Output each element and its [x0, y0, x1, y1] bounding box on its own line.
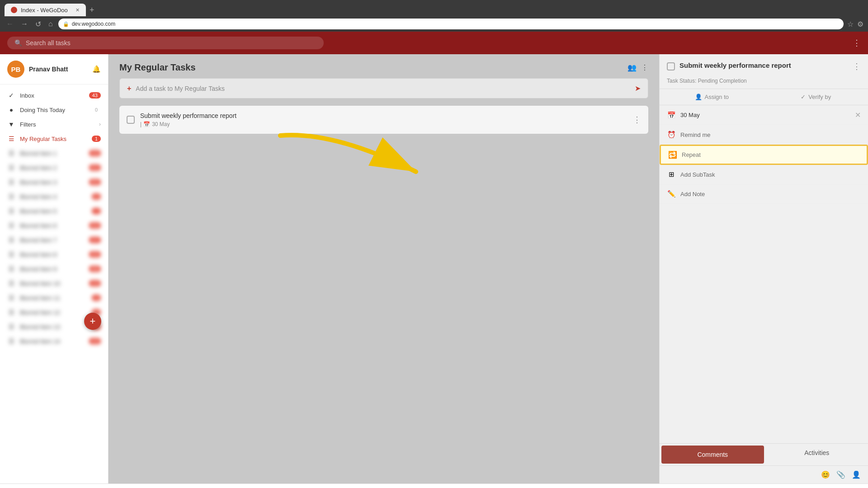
home-button[interactable]: ⌂ [47, 19, 55, 29]
user-footer-icon[interactable]: 👤 [852, 470, 861, 479]
date-row[interactable]: 📅 30 May ✕ [660, 105, 868, 125]
blurred-label-2: Blurred Item 2 [20, 164, 57, 171]
panel-tabs: Comments Activities [660, 443, 868, 465]
task-date-separator: | [140, 121, 142, 127]
inbox-count: 43 [89, 92, 101, 99]
assign-to-label: Assign to [705, 94, 729, 100]
filter-icon: ▼ [7, 121, 15, 128]
right-panel-body: 📅 30 May ✕ ⏰ Remind me 🔁 ⊞ Add SubTask ✏… [660, 105, 868, 443]
star-icon[interactable]: ☆ [847, 20, 854, 28]
more-options-icon[interactable]: ⋮ [641, 63, 648, 72]
blurred-count-5: 7 [92, 208, 101, 214]
blurred-icon-10: ☰ [7, 280, 15, 287]
chevron-right-icon: › [99, 121, 101, 127]
doing-today-label: Doing This Today [20, 107, 65, 113]
search-bar[interactable]: 🔍 Search all tasks [7, 37, 324, 49]
task-date: 30 May [152, 121, 170, 127]
verify-by-button[interactable]: ✓ Verify by [764, 89, 868, 105]
my-regular-tasks-count: 1 [92, 136, 101, 142]
sidebar-item-doing-today[interactable]: ● Doing This Today 0 [0, 103, 108, 117]
sidebar-item-blurred-4: ☰ Blurred Item 4 6 [0, 189, 108, 204]
sidebar-item-blurred-14: ☰ Blurred Item 14 15 [0, 334, 108, 348]
refresh-button[interactable]: ↺ [33, 19, 43, 29]
right-panel-more-icon[interactable]: ⋮ [853, 61, 861, 71]
task-more-icon[interactable]: ⋮ [633, 115, 641, 125]
date-close-button[interactable]: ✕ [855, 111, 861, 119]
tasks-icon: ☰ [7, 135, 15, 142]
sidebar-item-blurred-9: ☰ Blurred Item 9 46 [0, 262, 108, 276]
assign-to-button[interactable]: 👤 Assign to [660, 89, 764, 105]
blurred-icon-13: ☰ [7, 323, 15, 330]
bottom-bar: guidde. Made with guidde.com [0, 483, 868, 488]
blurred-label-4: Blurred Item 4 [20, 193, 57, 200]
tab-title: Index - WeGoDoo [21, 7, 68, 14]
sidebar-item-inbox[interactable]: ✓ Inbox 43 [0, 88, 108, 103]
remind-row[interactable]: ⏰ Remind me [660, 125, 868, 145]
inbox-label: Inbox [20, 92, 34, 99]
tab-activities[interactable]: Activities [766, 444, 868, 465]
tab-close-button[interactable]: ✕ [75, 7, 80, 13]
sidebar-item-filters[interactable]: ▼ Filters › [0, 117, 108, 131]
blurred-label-11: Blurred Item 11 [20, 295, 60, 301]
remind-icon: ⏰ [667, 131, 676, 139]
plus-icon: + [127, 84, 131, 93]
blurred-label-14: Blurred Item 14 [20, 338, 60, 345]
add-note-row[interactable]: ✏️ Add Note [660, 184, 868, 204]
add-task-bar[interactable]: + Add a task to My Regular Tasks ➤ [119, 78, 648, 99]
blurred-count-8: 25 [89, 251, 101, 258]
forward-button[interactable]: → [19, 19, 30, 29]
right-panel-task-title: Submit weekly performance report [679, 61, 848, 69]
attachment-icon[interactable]: 📎 [836, 470, 845, 479]
blurred-label-1: Blurred Item 1 [20, 150, 57, 157]
sidebar-nav: ✓ Inbox 43 ● Doing This Today 0 ▼ Filter… [0, 84, 108, 352]
main-content: My Regular Tasks 👥 ⋮ + Add a task to My … [108, 54, 659, 483]
fab-add-button[interactable]: + [84, 313, 101, 330]
settings-icon[interactable]: ⚙ [857, 20, 863, 28]
blurred-label-12: Blurred Item 12 [20, 309, 60, 316]
blurred-count-2: 41 [89, 164, 101, 171]
right-panel-checkbox[interactable] [667, 62, 675, 70]
back-button[interactable]: ← [5, 19, 15, 29]
sidebar: PB Pranav Bhatt 🔔 ✓ Inbox 43 ● Doing Thi… [0, 54, 108, 483]
username: Pranav Bhatt [29, 66, 68, 73]
sidebar-header: PB Pranav Bhatt 🔔 [0, 54, 108, 84]
tab-comments[interactable]: Comments [661, 446, 764, 464]
sidebar-item-blurred-2: ☰ Blurred Item 2 41 [0, 160, 108, 175]
add-subtask-row[interactable]: ⊞ Add SubTask [660, 165, 868, 184]
top-menu-icon[interactable]: ⋮ [853, 38, 861, 48]
sidebar-item-my-regular-tasks[interactable]: ☰ My Regular Tasks 1 [0, 131, 108, 146]
blurred-label-7: Blurred Item 7 [20, 237, 57, 244]
blurred-count-11: 4 [92, 295, 101, 301]
assign-icon: 👤 [695, 94, 702, 100]
send-icon[interactable]: ➤ [635, 84, 641, 93]
task-title: Submit weekly performance report [140, 112, 236, 119]
inbox-icon: ✓ [7, 92, 15, 99]
people-icon[interactable]: 👥 [627, 63, 637, 72]
avatar-initials: PB [11, 66, 21, 73]
new-tab-button[interactable]: + [86, 5, 98, 15]
browser-chrome: Index - WeGoDoo ✕ + ← → ↺ ⌂ 🔒 dev.wegodo… [0, 0, 868, 32]
doing-today-count: 0 [92, 107, 101, 113]
repeat-input[interactable] [682, 151, 859, 158]
lock-icon: 🔒 [63, 21, 69, 27]
emoji-icon[interactable]: 😊 [821, 470, 830, 479]
blurred-icon-2: ☰ [7, 164, 15, 171]
tab-bar: Index - WeGoDoo ✕ + [0, 0, 868, 16]
repeat-row[interactable]: 🔁 [660, 145, 868, 165]
avatar: PB [7, 61, 24, 78]
task-checkbox[interactable] [127, 116, 135, 124]
active-tab[interactable]: Index - WeGoDoo ✕ [5, 4, 86, 16]
blurred-icon-4: ☰ [7, 193, 15, 200]
task-info: Submit weekly performance report | 📅 30 … [140, 112, 236, 127]
bell-icon[interactable]: 🔔 [92, 65, 101, 73]
blurred-label-10: Blurred Item 10 [20, 280, 60, 287]
blurred-icon-11: ☰ [7, 294, 15, 301]
doing-today-icon: ● [7, 106, 15, 113]
blurred-label-8: Blurred Item 8 [20, 251, 57, 258]
right-panel-header: Submit weekly performance report ⋮ [660, 54, 868, 76]
calendar-icon: 📅 [143, 121, 150, 127]
tab-favicon [11, 7, 17, 13]
sidebar-item-blurred-5: ☰ Blurred Item 5 7 [0, 204, 108, 218]
address-bar[interactable]: 🔒 dev.wegodoo.com [58, 19, 844, 29]
blurred-icon-8: ☰ [7, 251, 15, 258]
